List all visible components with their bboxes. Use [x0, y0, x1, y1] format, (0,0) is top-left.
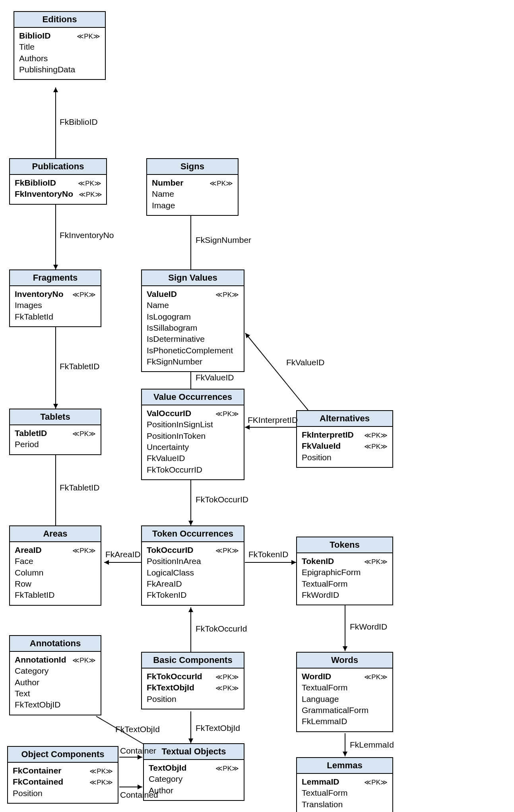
attribute-name: Author — [15, 677, 39, 688]
entity-body: FkBiblioID≪PK≫FkInventoryNo≪PK≫ — [10, 175, 106, 204]
entity-value-occurrences: Value Occurrences ValOccurID≪PK≫Position… — [141, 389, 244, 480]
attribute-row: TokenID≪PK≫ — [302, 556, 388, 567]
attribute-name: FkWordID — [302, 589, 339, 601]
entity-object-components: Object Components FkContainer≪PK≫FkConta… — [7, 746, 118, 804]
entity-title: Editions — [14, 12, 105, 28]
attribute-row: Number≪PK≫ — [152, 177, 233, 188]
entity-body: AnnotationId≪PK≫CategoryAuthorTextFkText… — [10, 652, 101, 715]
edge-label: FkValueID — [196, 373, 234, 382]
entity-body: WordID≪PK≫TextualFormLanguageGrammatical… — [297, 669, 392, 731]
pk-marker: ≪PK≫ — [215, 764, 239, 773]
attribute-row: FkInterpretID≪PK≫ — [302, 429, 388, 440]
attribute-name: BiblioID — [19, 30, 50, 41]
pk-marker: ≪PK≫ — [78, 179, 101, 188]
attribute-name: Text — [15, 688, 30, 699]
attribute-row: BiblioID≪PK≫ — [19, 30, 100, 41]
edge-label: FkTextObjId — [115, 725, 160, 734]
attribute-row: IsSillabogram — [147, 322, 239, 333]
entity-title: Annotations — [10, 636, 101, 652]
attribute-row: Translation — [302, 799, 388, 810]
attribute-row: Position — [13, 788, 113, 799]
edge-label: FKInterpretID — [248, 415, 298, 425]
attribute-name: Language — [302, 694, 339, 705]
entity-words: Words WordID≪PK≫TextualFormLanguageGramm… — [296, 652, 393, 732]
pk-marker: ≪PK≫ — [89, 778, 113, 787]
pk-marker: ≪PK≫ — [364, 442, 388, 452]
pk-marker: ≪PK≫ — [364, 431, 388, 440]
attribute-name: FkValueId — [302, 440, 341, 452]
attribute-row: Text — [15, 688, 96, 699]
entity-body: FkTokOccurId≪PK≫FkTextObjId≪PK≫Position — [142, 669, 244, 709]
attribute-name: FkSignNumber — [147, 356, 202, 367]
attribute-name: Row — [15, 578, 31, 589]
edge-label: FkWordID — [350, 622, 387, 632]
entity-lemmas: Lemmas LemmaID≪PK≫TextualFormTranslation — [296, 757, 393, 812]
entity-title: Areas — [10, 526, 101, 542]
attribute-name: Name — [147, 300, 169, 311]
attribute-row: FkValueId≪PK≫ — [302, 440, 388, 452]
entity-title: Publications — [10, 159, 106, 175]
pk-marker: ≪PK≫ — [364, 673, 388, 682]
entity-title: Tablets — [10, 409, 101, 425]
svg-line-15 — [245, 333, 308, 410]
attribute-row: TextualForm — [302, 578, 388, 589]
attribute-name: Number — [152, 177, 183, 188]
pk-marker: ≪PK≫ — [72, 656, 96, 665]
attribute-name: Images — [15, 300, 42, 311]
entity-editions: Editions BiblioID≪PK≫TitleAuthorsPublish… — [14, 11, 106, 80]
attribute-name: Image — [152, 200, 175, 211]
entity-title: Textual Objects — [144, 744, 244, 760]
attribute-name: Name — [152, 188, 174, 200]
edge-label: FkAreaID — [105, 550, 141, 559]
edge-label: FkTabletID — [60, 483, 99, 492]
attribute-name: Column — [15, 567, 43, 578]
entity-title: Sign Values — [142, 270, 244, 286]
attribute-row: FkBiblioID≪PK≫ — [15, 177, 101, 188]
attribute-row: ValOccurID≪PK≫ — [147, 408, 239, 419]
attribute-name: PositionInSignList — [147, 419, 213, 430]
attribute-name: FkValueID — [147, 453, 185, 464]
attribute-row: FkTextObjID — [15, 699, 96, 710]
attribute-name: FkAreaID — [147, 578, 182, 589]
entity-annotations: Annotations AnnotationId≪PK≫CategoryAuth… — [9, 635, 101, 715]
attribute-row: Name — [147, 300, 239, 311]
attribute-row: Uncertainty — [147, 442, 239, 453]
attribute-row: LemmaID≪PK≫ — [302, 776, 388, 787]
attribute-name: IsPhoneticComplement — [147, 345, 233, 356]
attribute-name: FkTokenID — [147, 589, 186, 601]
entity-body: FkContainer≪PK≫FkContained≪PK≫Position — [8, 763, 118, 803]
attribute-row: Period — [15, 439, 96, 450]
attribute-row: TextualForm — [302, 787, 388, 798]
attribute-name: FkTextObjID — [15, 699, 61, 710]
attribute-row: Name — [152, 188, 233, 200]
edge-label: FkInventoryNo — [60, 231, 114, 240]
pk-marker: ≪PK≫ — [79, 190, 102, 200]
attribute-row: Row — [15, 578, 96, 589]
attribute-name: Position — [147, 694, 177, 705]
entity-basic-components: Basic Components FkTokOccurId≪PK≫FkTextO… — [141, 652, 244, 709]
edge-label: FkTokOccurId — [196, 624, 247, 634]
attribute-name: TokOccurID — [147, 545, 193, 556]
attribute-name: FkInterpretID — [302, 429, 354, 440]
attribute-row: PositionInArea — [147, 556, 239, 567]
er-diagram-canvas: Editions BiblioID≪PK≫TitleAuthorsPublish… — [0, 0, 514, 812]
attribute-row: Author — [149, 785, 239, 796]
attribute-name: TextualForm — [302, 578, 348, 589]
attribute-name: InventoryNo — [15, 289, 64, 300]
attribute-name: Position — [302, 452, 332, 463]
edge-label: Contained — [120, 790, 158, 800]
attribute-name: AreaID — [15, 545, 42, 556]
pk-marker: ≪PK≫ — [215, 684, 239, 693]
attribute-name: Title — [19, 41, 35, 52]
entity-tokens: Tokens TokenID≪PK≫EpigraphicFormTextualF… — [296, 537, 393, 605]
entity-title: Value Occurrences — [142, 390, 244, 405]
entity-title: Lemmas — [297, 758, 392, 774]
attribute-row: WordID≪PK≫ — [302, 671, 388, 682]
pk-marker: ≪PK≫ — [215, 291, 239, 300]
attribute-row: Image — [152, 200, 233, 211]
attribute-name: LogicalClass — [147, 567, 194, 578]
attribute-name: FkInventoryNo — [15, 188, 73, 200]
attribute-row: PositionInToken — [147, 430, 239, 442]
entity-signs: Signs Number≪PK≫NameImage — [146, 158, 239, 216]
edge-label: FkValueID — [286, 358, 324, 367]
